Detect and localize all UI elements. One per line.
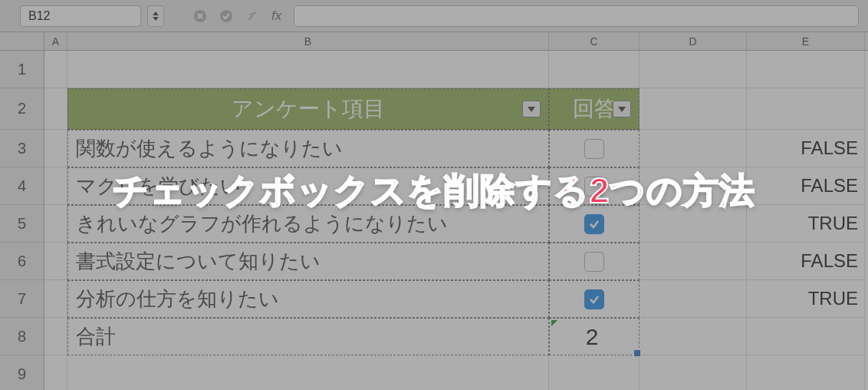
row-9: 9 [0, 355, 868, 390]
question-text: マクロを学びたい [76, 173, 241, 200]
table-row: 7 分析の仕方を知りたい TRUE [0, 280, 868, 318]
total-label-cell[interactable]: 合計 [67, 318, 549, 355]
cell[interactable] [639, 51, 747, 88]
col-header-a[interactable]: A [44, 32, 67, 50]
cell[interactable] [747, 51, 865, 88]
cell[interactable] [67, 51, 549, 88]
filter-button[interactable] [613, 101, 631, 117]
row-header[interactable]: 5 [0, 205, 44, 243]
chevron-down-icon [153, 17, 159, 21]
result-cell[interactable]: FALSE [747, 130, 865, 167]
cell[interactable] [639, 280, 747, 318]
cell[interactable] [44, 280, 67, 318]
answer-cell[interactable] [549, 280, 639, 318]
formula-bar: B12 fx [0, 0, 868, 32]
selection-handle[interactable] [633, 349, 641, 357]
question-text: 分析の仕方を知りたい [76, 286, 279, 312]
cell[interactable] [639, 205, 747, 243]
formula-input[interactable] [294, 5, 859, 27]
cell[interactable] [639, 88, 747, 130]
filter-button[interactable] [522, 101, 541, 117]
table-row: 6 書式設定について知りたい FALSE [0, 243, 868, 280]
col-header-b[interactable]: B [67, 32, 549, 50]
checkbox-checked[interactable] [584, 214, 604, 234]
result-cell[interactable]: TRUE [747, 280, 865, 318]
confirm-icon[interactable] [216, 6, 236, 26]
row-header[interactable]: 2 [0, 88, 44, 130]
table-header-label: アンケート項目 [232, 94, 385, 124]
cell[interactable] [747, 355, 865, 390]
total-value-cell[interactable]: 2 [549, 318, 639, 355]
checkbox-checked[interactable] [584, 289, 604, 309]
row-header[interactable]: 3 [0, 130, 44, 167]
cell[interactable] [44, 130, 67, 167]
cell[interactable] [639, 355, 747, 390]
cell[interactable] [639, 318, 747, 355]
row-1: 1 [0, 51, 868, 88]
answer-cell[interactable] [549, 243, 639, 280]
question-cell[interactable]: 書式設定について知りたい [67, 243, 549, 280]
result-text: TRUE [808, 288, 858, 309]
result-cell[interactable]: FALSE [747, 167, 865, 205]
table-header-question[interactable]: アンケート項目 [67, 88, 549, 130]
checkbox[interactable] [584, 139, 604, 159]
row-header[interactable]: 1 [0, 51, 44, 88]
cell[interactable] [639, 167, 747, 205]
col-header-d[interactable]: D [639, 32, 747, 50]
cell[interactable] [67, 355, 549, 390]
question-text: きれいなグラフが作れるようになりたい [76, 210, 448, 237]
answer-cell[interactable] [549, 167, 639, 205]
cell[interactable] [747, 88, 865, 130]
cell[interactable] [747, 318, 865, 355]
column-headers: A B C D E [0, 32, 868, 51]
chevron-down-icon [618, 107, 626, 112]
question-cell[interactable]: マクロを学びたい [67, 167, 549, 205]
select-all-corner[interactable] [0, 32, 44, 50]
question-cell[interactable]: 関数が使えるようになりたい [67, 130, 549, 167]
total-row: 8 合計 2 [0, 318, 868, 355]
cell[interactable] [44, 88, 67, 130]
formula-icon[interactable] [242, 6, 262, 26]
answer-cell[interactable] [549, 205, 639, 243]
table-header-label: 回答 [573, 94, 616, 124]
result-cell[interactable]: FALSE [747, 243, 865, 280]
question-text: 関数が使えるようになりたい [76, 135, 343, 162]
cell[interactable] [44, 355, 67, 390]
name-box-stepper[interactable] [147, 5, 164, 27]
cell[interactable] [44, 243, 67, 280]
fx-label[interactable]: fx [271, 8, 281, 24]
cell[interactable] [44, 167, 67, 205]
row-header[interactable]: 6 [0, 243, 44, 280]
formula-indicator-icon [551, 320, 557, 326]
checkbox[interactable] [584, 177, 604, 197]
question-cell[interactable]: きれいなグラフが作れるようになりたい [67, 205, 549, 243]
answer-cell[interactable] [549, 130, 639, 167]
name-box-value: B12 [28, 9, 50, 23]
cell[interactable] [44, 318, 67, 355]
row-header[interactable]: 7 [0, 280, 44, 318]
total-label: 合計 [76, 323, 116, 350]
table-row: 4 マクロを学びたい FALSE [0, 167, 868, 205]
checkbox[interactable] [584, 252, 604, 272]
cell[interactable] [639, 130, 747, 167]
result-cell[interactable]: TRUE [747, 205, 865, 243]
cell[interactable] [549, 51, 639, 88]
cancel-icon[interactable] [190, 6, 210, 26]
cell[interactable] [44, 205, 67, 243]
question-cell[interactable]: 分析の仕方を知りたい [67, 280, 549, 318]
name-box[interactable]: B12 [20, 5, 141, 27]
result-text: FALSE [801, 175, 858, 197]
table-header-answer[interactable]: 回答 [549, 88, 639, 130]
spreadsheet-grid: A B C D E 1 2 アンケート項目 回答 [0, 32, 868, 390]
col-header-c[interactable]: C [549, 32, 639, 50]
chevron-up-icon [153, 12, 159, 15]
row-header[interactable]: 4 [0, 167, 44, 205]
cell[interactable] [549, 355, 639, 390]
col-header-e[interactable]: E [747, 32, 865, 50]
row-header[interactable]: 9 [0, 355, 44, 390]
cell[interactable] [639, 243, 747, 280]
result-text: FALSE [801, 250, 858, 272]
row-2: 2 アンケート項目 回答 [0, 88, 868, 130]
cell[interactable] [44, 51, 67, 88]
row-header[interactable]: 8 [0, 318, 44, 355]
